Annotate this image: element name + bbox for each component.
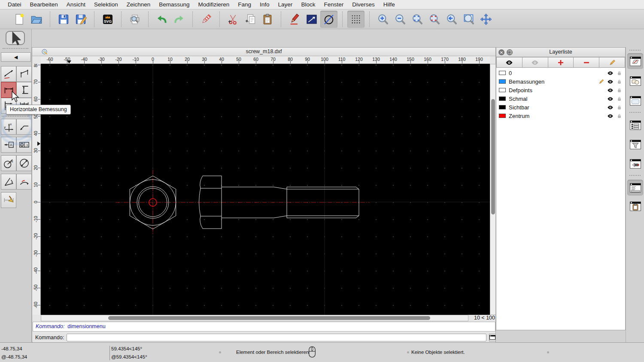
layer-color-swatch[interactable] — [499, 88, 506, 92]
dock-library-browser-button[interactable] — [627, 93, 643, 109]
layers-toggle-visibility-others-button[interactable] — [522, 57, 548, 68]
remove-layer-button[interactable] — [574, 57, 599, 68]
menu-block[interactable]: Block — [297, 0, 319, 9]
layer-name[interactable]: Zentrum — [509, 113, 607, 119]
export-svg-button[interactable]: SVG — [99, 11, 116, 28]
dim-label-button[interactable]: A — [1, 137, 16, 153]
layer-color-swatch[interactable] — [499, 79, 506, 84]
dim-diametric-button[interactable] — [16, 155, 32, 171]
zoom-out-button[interactable] — [392, 11, 409, 28]
layer-color-swatch[interactable] — [499, 97, 506, 101]
undo-button[interactable] — [153, 11, 170, 28]
layers-toggle-visibility-button[interactable] — [496, 57, 522, 68]
dock-layer-list-button[interactable] — [627, 53, 643, 69]
menu-selektion[interactable]: Selektion — [90, 0, 122, 9]
dock-entity-list-button[interactable] — [627, 117, 643, 133]
menu-modifizieren[interactable]: Modifizieren — [194, 0, 234, 9]
layer-name[interactable]: Defpoints — [509, 87, 607, 94]
eye-icon[interactable] — [607, 87, 614, 94]
eye-icon[interactable] — [607, 96, 614, 102]
document-title-bar[interactable]: screw_m18.dxf — [32, 48, 495, 56]
add-layer-button[interactable] — [548, 57, 574, 68]
eye-icon[interactable] — [607, 104, 614, 111]
dock-clipboard-button[interactable] — [627, 198, 643, 214]
open-file-button[interactable] — [28, 11, 45, 28]
lock-icon[interactable] — [616, 96, 623, 102]
menu-fang[interactable]: Fang — [234, 0, 255, 9]
layer-color-swatch[interactable] — [499, 105, 506, 109]
layer-row[interactable]: Bemassungen — [496, 77, 625, 86]
new-file-button[interactable] — [11, 11, 28, 28]
drawing-canvas[interactable] — [41, 64, 490, 315]
layer-row[interactable]: Sichtbar — [496, 103, 625, 112]
delete-button[interactable] — [197, 11, 215, 28]
copy-button[interactable] — [242, 11, 259, 28]
save-button[interactable] — [55, 11, 72, 28]
menu-datei[interactable]: Datei — [3, 0, 26, 9]
menu-bearbeiten[interactable]: Bearbeiten — [26, 0, 62, 9]
lock-icon[interactable] — [616, 104, 623, 111]
draw-circle-button[interactable] — [320, 11, 337, 28]
lock-icon[interactable] — [616, 113, 623, 119]
dim-angular-button[interactable] — [1, 174, 16, 190]
layer-row[interactable]: 0 — [496, 69, 625, 77]
dim-aligned-button[interactable] — [1, 66, 16, 82]
dock-selection-filter-button[interactable] — [627, 136, 643, 152]
paste-button[interactable] — [259, 11, 276, 28]
dim-brush-button[interactable] — [1, 192, 16, 208]
command-keyboard-toggle-button[interactable] — [489, 334, 496, 341]
dim-radial-button[interactable]: R — [1, 155, 16, 171]
redo-button[interactable] — [170, 11, 188, 28]
zoom-window-button[interactable] — [460, 11, 477, 28]
eye-icon[interactable] — [607, 70, 614, 76]
selection-tool-button[interactable] — [6, 31, 25, 45]
layer-row[interactable]: Schmal — [496, 94, 625, 103]
horizontal-scrollbar[interactable] — [41, 315, 468, 321]
menu-diverses[interactable]: Diverses — [348, 0, 379, 9]
layer-color-swatch[interactable] — [499, 71, 506, 75]
menu-layer[interactable]: Layer — [274, 0, 297, 9]
palette-back-button[interactable]: ◀ — [1, 52, 31, 62]
menu-bemassung[interactable]: Bemassung — [155, 0, 194, 9]
lock-icon[interactable] — [616, 70, 623, 76]
menu-hilfe[interactable]: Hilfe — [379, 0, 399, 9]
eye-icon[interactable] — [607, 113, 614, 119]
edit-layer-button[interactable] — [599, 57, 625, 68]
pan-button[interactable] — [477, 11, 495, 28]
zoom-in-button[interactable] — [374, 11, 392, 28]
layer-row[interactable]: Zentrum — [496, 112, 625, 120]
cut-button[interactable] — [225, 11, 242, 28]
layer-name[interactable]: Bemassungen — [509, 78, 598, 85]
eye-icon[interactable] — [607, 78, 614, 85]
menu-fenster[interactable]: Fenster — [319, 0, 348, 9]
menu-zeichnen[interactable]: Zeichnen — [122, 0, 155, 9]
layer-color-swatch[interactable] — [499, 114, 506, 118]
layer-name[interactable]: Sichtbar — [509, 104, 607, 111]
dock-block-list-button[interactable] — [627, 73, 643, 89]
layer-name[interactable]: 0 — [509, 70, 607, 76]
dim-linear-button[interactable] — [16, 66, 32, 82]
lock-icon[interactable] — [616, 87, 623, 94]
dock-command-line-button[interactable] — [627, 180, 643, 196]
dock-pen-palette-button[interactable] — [627, 156, 643, 172]
layer-panel-title-bar[interactable]: ✕ ❐ Layerliste — [496, 48, 625, 57]
zoom-auto-button[interactable] — [409, 11, 426, 28]
grid-toggle-button[interactable] — [347, 11, 365, 28]
menu-info[interactable]: Info — [255, 0, 274, 9]
draw-line-button[interactable] — [303, 11, 320, 28]
layer-row[interactable]: Defpoints — [496, 86, 625, 94]
dim-tolerance-button[interactable]: .1 — [16, 137, 32, 153]
zoom-prev-button[interactable] — [443, 11, 460, 28]
vertical-scrollbar[interactable] — [490, 64, 496, 315]
draw-pen-button[interactable] — [286, 11, 303, 28]
palette-drag-handle[interactable] — [3, 48, 28, 49]
menu-ansicht[interactable]: Ansicht — [62, 0, 90, 9]
dim-arc-button[interactable] — [16, 174, 32, 190]
save-as-button[interactable] — [72, 11, 89, 28]
print-preview-button[interactable] — [126, 11, 143, 28]
dim-ordinate-button[interactable]: xy — [1, 119, 16, 135]
horizontal-scrollbar-thumb[interactable] — [108, 316, 430, 320]
command-input[interactable] — [67, 334, 486, 341]
zoom-select-button[interactable] — [426, 11, 443, 28]
lock-icon[interactable] — [616, 78, 623, 85]
